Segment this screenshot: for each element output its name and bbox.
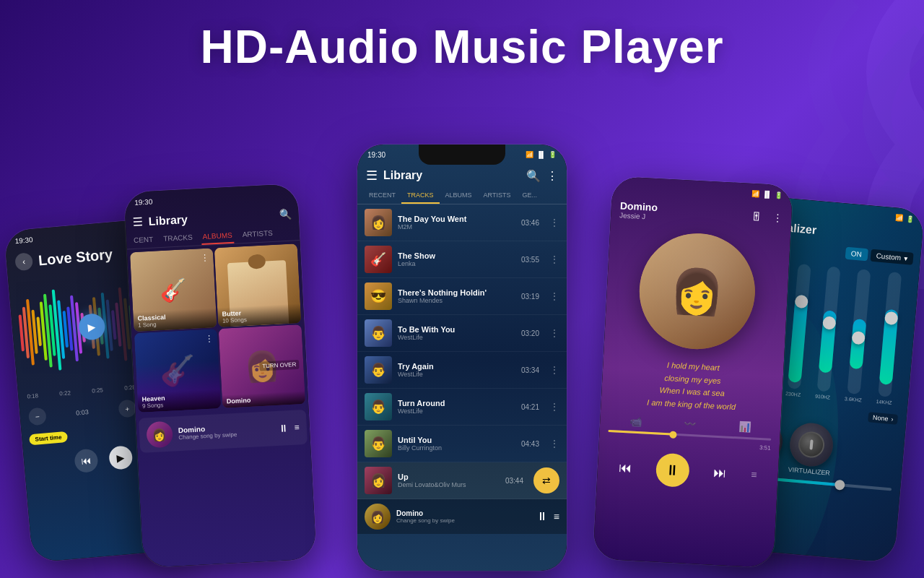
track-title-1: The Day You Went	[398, 215, 515, 223]
hamburger-icon[interactable]: ☰	[132, 215, 143, 229]
notch	[419, 144, 505, 165]
phone1-song-title: Love Story	[38, 246, 113, 268]
tab-albums[interactable]: ALBUMS	[440, 188, 478, 204]
tab-artists[interactable]: ARTISTS	[240, 226, 274, 243]
tab-cent[interactable]: CENT	[132, 233, 155, 249]
phone3-tabs: RECENT TRACKS ALBUMS ARTISTS GE...	[357, 188, 567, 204]
battery-ph4: 🔋	[775, 191, 783, 199]
queue-icon-ph4[interactable]: ≡	[751, 469, 757, 480]
track-more-5[interactable]: ⋮	[549, 364, 559, 376]
svg-rect-4	[36, 316, 42, 346]
wifi-ph4: 📶	[751, 190, 760, 198]
track-item-1[interactable]: 👩 The Day You Went M2M 03:46 ⋮	[357, 204, 567, 241]
shuffle-btn[interactable]: ⇄	[533, 467, 559, 493]
track-more-6[interactable]: ⋮	[549, 401, 559, 413]
eq-band-910hz: 910HZ	[815, 266, 842, 400]
more-icon-ph4[interactable]: ⋮	[772, 212, 783, 224]
minus-btn[interactable]: −	[28, 407, 47, 426]
prev-btn[interactable]: ⏮	[74, 448, 99, 473]
virtualizer-label: VIRTUALIZER	[787, 466, 831, 477]
album-grid: 🎸 Classical 1 Song ⋮	[127, 241, 309, 415]
tab-tracks[interactable]: TRACKS	[401, 188, 440, 204]
track-more-1[interactable]: ⋮	[549, 217, 559, 228]
phone2-search-icon[interactable]: 🔍	[279, 208, 292, 220]
ph3-list-btn[interactable]: ≡	[554, 511, 559, 522]
chevron-icon: ▾	[904, 254, 908, 262]
eq-slider-230hz[interactable]	[787, 264, 811, 389]
tab-albums[interactable]: ALBUMS	[201, 228, 234, 245]
phone2-bottom-song: 👩 Domino Change song by swipe ⏸ ≡	[139, 410, 308, 453]
battery-icon: 🔋	[549, 151, 557, 158]
album-heaven[interactable]: 🎸 Heaven 9 Songs ⋮	[134, 329, 222, 413]
more-icon-heaven[interactable]: ⋮	[204, 333, 214, 344]
ph3-pause-btn[interactable]: ⏸	[536, 510, 548, 523]
battery-ph5: 🔋	[905, 215, 914, 223]
virtualizer-knob[interactable]	[788, 421, 835, 468]
track-item-2[interactable]: 🎸 The Show Lenka 03:55 ⋮	[357, 241, 567, 278]
tab-artists[interactable]: ARTISTS	[478, 188, 517, 204]
ph3-bottom-title: Domino	[396, 509, 531, 517]
phones-container: 19:30 ‹ Love Story	[0, 101, 924, 578]
tab-ge[interactable]: GE...	[516, 188, 543, 204]
search-icon-ph3[interactable]: 🔍	[526, 169, 541, 183]
album-classical[interactable]: 🎸 Classical 1 Song ⋮	[130, 248, 217, 332]
tab-tracks[interactable]: TRACKS	[162, 230, 195, 247]
page-title: HD-Audio Music Player	[0, 0, 924, 74]
album-domino[interactable]: 👩 Domino TURN OVER	[219, 324, 306, 408]
preset-dropdown[interactable]: Custom ▾	[870, 249, 914, 265]
plus-btn[interactable]: +	[118, 399, 136, 418]
video-icon-ph4[interactable]: 📹	[629, 415, 642, 428]
bars-icon-ph4[interactable]: 📊	[738, 421, 751, 434]
phone4-lyrics: I hold my heart closing my eyes When I w…	[601, 350, 784, 421]
track-more-7[interactable]: ⋮	[549, 438, 559, 449]
start-time-button[interactable]: Start time	[29, 431, 68, 446]
phone-library-albums: 19:30 ☰ Library 🔍 CENT TRACKS ALBUMS ART…	[124, 184, 317, 568]
eq-band-230hz: 230HZ	[785, 264, 812, 397]
ph3-bottom-sub: Change song by swipe	[396, 517, 531, 524]
eq-slider-910hz[interactable]	[816, 267, 840, 392]
track-more-3[interactable]: ⋮	[549, 290, 559, 302]
track-more-2[interactable]: ⋮	[549, 254, 559, 265]
hamburger-icon-ph3[interactable]: ☰	[366, 168, 378, 184]
phone2-title: Library	[148, 208, 274, 228]
phone4-album-art: 👩	[637, 230, 758, 352]
track-artist-1: M2M	[398, 223, 515, 230]
waveform-icon-ph4[interactable]: 〰️	[684, 418, 697, 431]
phone-tracks-center: 19:30 📶 ▐▌ 🔋 ☰ Library 🔍 ⋮ RECENT TRACKS…	[357, 144, 567, 571]
next-btn-ph4[interactable]: ⏭	[713, 465, 727, 481]
reverb-selector[interactable]: None ›	[868, 412, 899, 424]
back-button[interactable]: ‹	[14, 252, 33, 271]
prev-btn-ph4[interactable]: ⏮	[618, 460, 632, 476]
more-icon[interactable]: ⋮	[200, 253, 209, 264]
phone3-title: Library	[383, 169, 520, 182]
track-item-8[interactable]: 👩 Up Demi Lovato&Oliv Murs 03:44 ⇄	[357, 462, 567, 499]
more-icon-ph3[interactable]: ⋮	[546, 169, 558, 183]
bottom-art-ph3: 👩	[365, 504, 391, 530]
track-item-6[interactable]: 👨 Turn Around WestLife 04:21 ⋮	[357, 389, 567, 426]
pause-icon[interactable]: ⏸	[278, 422, 289, 434]
track-more-4[interactable]: ⋮	[549, 327, 559, 339]
eq-slider-14khz[interactable]	[878, 272, 902, 397]
preset-on-label[interactable]: ON	[845, 247, 868, 262]
time-code: 0:03	[76, 408, 89, 416]
eq-slider-36khz[interactable]	[847, 269, 871, 394]
phone4-controls: ⏮ ⏸ ⏭ ≡	[596, 444, 779, 499]
phone3-bottom-bar: 👩 Domino Change song by swipe ⏸ ≡	[357, 499, 567, 534]
track-item-4[interactable]: 👨 To Be With You WestLife 03:20 ⋮	[357, 315, 567, 352]
wifi-ph5: 📶	[894, 214, 903, 222]
eq-band-14khz: 14KHZ	[876, 272, 903, 405]
list-icon-ph2[interactable]: ≡	[295, 422, 300, 432]
track-item-7[interactable]: 👨 Until You Billy Currington 04:43 ⋮	[357, 426, 567, 462]
eq-band-36khz: 3.6KHZ	[845, 269, 873, 402]
track-item-3[interactable]: 😎 There's Nothing Holdin' Shawn Mendes 0…	[357, 278, 567, 315]
play-btn[interactable]: ▶	[108, 445, 134, 470]
track-item-5[interactable]: 👨 Try Again WestLife 03:34 ⋮	[357, 352, 567, 389]
album-name-domino: Domino	[227, 394, 301, 405]
chevron-reverb: ›	[891, 415, 894, 423]
signal-icon: ▐▌	[536, 151, 546, 158]
phone-now-playing: 📶 ▐▌ 🔋 Domino Jessie J 🎚 ⋮ 👩	[593, 176, 793, 568]
pause-btn-ph4[interactable]: ⏸	[655, 453, 690, 488]
album-butter[interactable]: Butter 10 Songs	[214, 243, 302, 327]
eq-icon-ph4[interactable]: 🎚	[751, 210, 763, 223]
tab-recent[interactable]: RECENT	[363, 188, 401, 204]
